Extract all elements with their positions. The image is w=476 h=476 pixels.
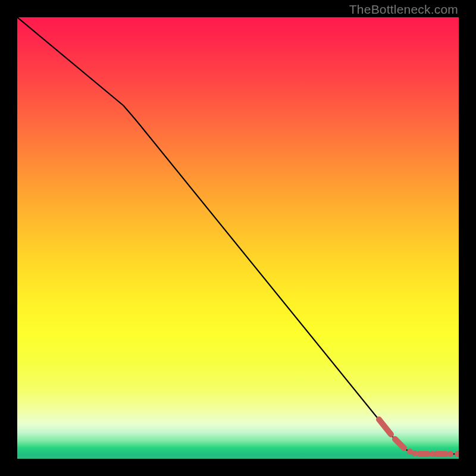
chart-frame: TheBottleneck.com [0, 0, 476, 476]
svg-line-0 [379, 419, 391, 434]
main-curve [17, 17, 459, 454]
svg-point-7 [447, 451, 453, 457]
watermark-text: TheBottleneck.com [349, 2, 458, 17]
chart-svg [17, 17, 459, 459]
plot-area [17, 17, 459, 459]
svg-line-1 [395, 439, 404, 448]
highlight-dashes [379, 419, 459, 457]
svg-point-8 [455, 451, 459, 457]
